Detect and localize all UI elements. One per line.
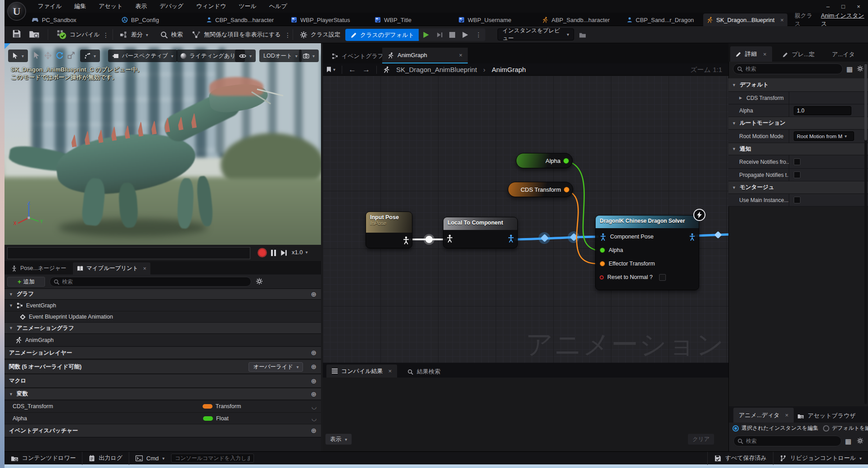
tab-close-icon[interactable]: × xyxy=(389,368,392,374)
asset-tab-cbp-dragon[interactable]: CBP_Sand...r_Dragon xyxy=(623,14,697,26)
override-dropdown[interactable]: オーバーライド▾ xyxy=(249,362,303,372)
breadcrumb-root[interactable]: SK_Dragon_AnimBlueprint xyxy=(396,66,477,73)
console-command-input[interactable] xyxy=(171,454,254,463)
menu-debug[interactable]: デバッグ xyxy=(153,0,190,13)
reset-checkbox[interactable] xyxy=(659,274,666,281)
expand-icon[interactable]: ▶ xyxy=(739,96,744,100)
section-animation-layers[interactable]: アニメーションレイヤー ⊕ xyxy=(5,347,321,359)
show-filter-dropdown[interactable]: 表示▾ xyxy=(326,434,352,445)
hide-options-icon[interactable]: ⋮ xyxy=(285,32,291,39)
receive-notifies-checkbox[interactable] xyxy=(794,158,800,165)
add-graph-icon[interactable]: ⊕ xyxy=(311,290,316,298)
compile-options-icon[interactable]: ⋮ xyxy=(103,32,109,39)
node-input-pose[interactable]: Input Pose InPose xyxy=(366,212,412,248)
animgraph-canvas[interactable]: アニメーション Alpha CDS Transform xyxy=(323,76,728,363)
playback-speed-dropdown[interactable]: x1.0▾ xyxy=(292,249,308,256)
bool-input-pin[interactable] xyxy=(600,275,604,279)
transform-input-pin[interactable] xyxy=(600,261,605,266)
add-variable-icon[interactable]: ⊕ xyxy=(311,390,316,398)
section-root-motion[interactable]: ▼ルートモーション xyxy=(728,117,868,130)
pin-row-component-pose[interactable]: Component Pose xyxy=(596,230,699,243)
browse-asset-button[interactable] xyxy=(29,29,40,39)
row-event-update-animation[interactable]: Event Blueprint Update Animation xyxy=(5,311,321,323)
tab-close-icon[interactable]: × xyxy=(785,412,789,418)
transform-output-pin[interactable] xyxy=(564,187,570,193)
nav-forward-icon[interactable]: → xyxy=(362,65,370,74)
tab-close-icon[interactable]: × xyxy=(780,17,784,23)
settings-gear-icon[interactable] xyxy=(857,437,863,444)
radio-edit-selected-instance[interactable] xyxy=(732,425,739,432)
component-pose-output-pin[interactable] xyxy=(507,234,515,243)
scale-tool-icon[interactable] xyxy=(68,52,75,59)
debug-filter-icon[interactable] xyxy=(579,32,586,38)
asset-tab-wbp-title[interactable]: WBP_Title xyxy=(371,14,415,26)
search-input[interactable] xyxy=(746,438,837,444)
advance-icon[interactable] xyxy=(461,31,469,39)
add-animation-layer-icon[interactable]: ⊕ xyxy=(311,349,316,357)
minimize-button[interactable]: – xyxy=(820,0,836,13)
find-button[interactable]: 検索 xyxy=(160,29,183,40)
details-settings-gear-icon[interactable] xyxy=(857,65,863,72)
play-icon[interactable] xyxy=(422,31,430,39)
details-scrollbar[interactable] xyxy=(864,63,867,404)
asset-tab-cbp-character[interactable]: CBP_Sandb...haracter xyxy=(203,14,277,26)
section-functions[interactable]: 関数 (5 オーバーライド可能) オーバーライド▾ ⊕ xyxy=(5,360,321,374)
asset-tab-wbp-playerstatus[interactable]: WBP_PlayerStatus xyxy=(287,14,354,26)
asset-tab-wbp-username[interactable]: WBP_Username xyxy=(455,14,515,26)
add-function-icon[interactable]: ⊕ xyxy=(311,363,316,371)
row-use-main-instance[interactable]: Use Main Instance... xyxy=(728,194,868,207)
variable-visibility-icon[interactable]: ◡ xyxy=(312,403,316,410)
menu-window[interactable]: ウィンドウ xyxy=(190,0,233,13)
viewport-transform-dropdown[interactable]: ▾ xyxy=(8,50,28,62)
tab-close-icon[interactable]: × xyxy=(763,51,767,58)
my-blueprint-search[interactable] xyxy=(50,277,251,287)
section-notifies[interactable]: ▼通知 xyxy=(728,143,868,155)
node-alpha-getter[interactable]: Alpha xyxy=(516,153,573,168)
row-receive-notifies[interactable]: Receive Notifies fro... xyxy=(728,155,868,169)
radio-edit-defaults[interactable] xyxy=(823,425,829,432)
diff-button[interactable]: 差分▾ xyxy=(120,29,148,40)
doc-tab-animgraph[interactable]: AnimGraph × xyxy=(382,48,468,63)
output-log-button[interactable]: 出力ログ xyxy=(82,452,129,465)
section-macros[interactable]: マクロ ⊕ xyxy=(5,374,321,388)
record-button[interactable] xyxy=(258,248,267,257)
search-input[interactable] xyxy=(746,66,839,72)
stop-icon[interactable] xyxy=(449,32,455,38)
row-alpha[interactable]: Alpha xyxy=(728,104,868,117)
float-output-pin[interactable] xyxy=(563,158,569,164)
tab-compile-results[interactable]: コンパイル結果 × xyxy=(326,364,397,378)
row-eventgraph[interactable]: ▼ EventGraph xyxy=(5,300,321,311)
nav-back-icon[interactable]: ← xyxy=(348,65,356,74)
tab-close-icon[interactable]: × xyxy=(143,266,146,272)
compile-button[interactable]: コンパイル xyxy=(57,29,100,40)
hide-unrelated-button[interactable]: 無関係な項目を非表示にする xyxy=(192,29,281,40)
row-variable-cds-transform[interactable]: CDS_Transform Transform ◡ xyxy=(5,400,321,413)
menu-file[interactable]: ファイル xyxy=(32,0,68,13)
lod-dropdown[interactable]: LODオート▾ xyxy=(259,50,302,62)
tab-close-icon[interactable]: × xyxy=(459,52,462,58)
add-button[interactable]: + 追加 xyxy=(7,277,45,287)
pin-row-reset-to-normal[interactable]: Reset to Normal ? xyxy=(596,270,699,284)
pause-button[interactable] xyxy=(271,250,276,256)
rotate-tool-icon[interactable] xyxy=(56,52,63,59)
bookmarks-dropdown[interactable]: ▾ xyxy=(326,67,335,72)
timeline-scrubber[interactable] xyxy=(7,247,250,259)
preview-instance-dropdown[interactable]: インスタンスをプレビュー▾ xyxy=(497,28,574,40)
maximize-button[interactable]: □ xyxy=(836,0,851,13)
class-defaults-button[interactable]: クラスのデフォルト xyxy=(345,29,420,41)
pin-row-effector-transform[interactable]: Effector Transform xyxy=(596,257,699,270)
tab-my-blueprint[interactable]: マイブループリント × xyxy=(73,262,150,274)
preview-viewport[interactable]: SK_Dragon_AnimBlueprint_C のプレビュー中。 このモード… xyxy=(5,43,321,245)
asset-tab-pc-sandbox[interactable]: PC_Sandbox xyxy=(28,14,80,26)
doc-tab-eventgraph[interactable]: イベントグラフ xyxy=(326,49,389,63)
tab-find-results[interactable]: 結果検索 xyxy=(402,366,446,378)
clear-button[interactable]: クリア xyxy=(688,434,714,445)
tab-details[interactable]: 詳細 × xyxy=(730,46,772,62)
row-variable-alpha[interactable]: Alpha Float ◡ xyxy=(5,413,321,424)
pin-row-alpha[interactable]: Alpha xyxy=(596,243,699,257)
revision-control-dropdown[interactable]: リビジョンコントロール▾ xyxy=(773,452,868,465)
pose-input-pin[interactable] xyxy=(600,233,606,241)
section-animation-graphs[interactable]: ▼アニメーショングラフ xyxy=(5,323,321,334)
close-button[interactable]: × xyxy=(851,0,866,13)
asset-tab-abp-character[interactable]: ABP_Sandb...haracter xyxy=(538,14,613,26)
